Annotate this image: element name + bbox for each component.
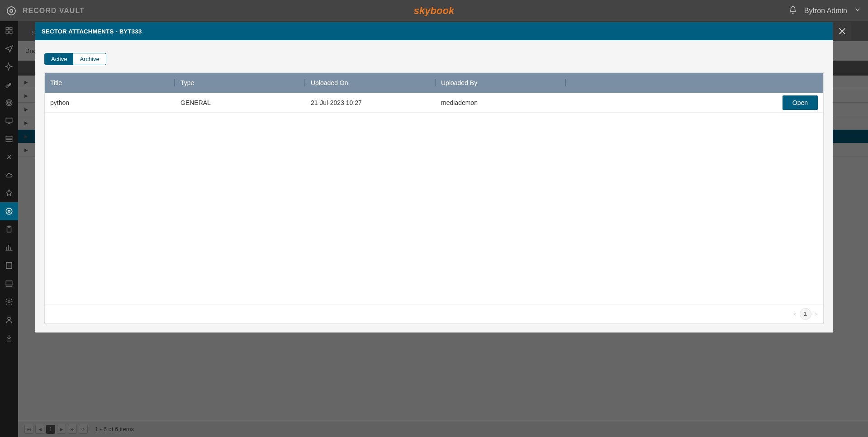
svg-rect-9 [6,118,12,122]
nav-record-vault-icon[interactable] [0,202,18,220]
svg-rect-2 [6,27,8,29]
page-title: RECORD VAULT [23,7,85,15]
toggle-archive[interactable]: Archive [73,53,105,65]
cell-title: python [45,99,175,106]
col-actions [566,73,823,93]
cell-uploaded-on: 21-Jul-2023 10:27 [305,99,436,106]
nav-plane-icon[interactable] [0,39,18,57]
svg-point-1 [10,10,13,12]
active-archive-toggle: Active Archive [44,53,106,65]
modal-body: Active Archive Title Type Uploaded On Up… [35,40,833,332]
modal-close-button[interactable] [833,22,851,40]
app-header: RECORD VAULT skybook Bytron Admin [0,0,868,21]
logo: skybook [414,5,454,17]
sector-attachments-modal: SECTOR ATTACHMENTS - BYT333 Active Archi… [35,22,833,332]
record-vault-icon[interactable] [5,4,18,18]
modal-title: SECTOR ATTACHMENTS - BYT333 [42,28,142,35]
nav-plane2-icon[interactable] [0,57,18,76]
nav-user-icon[interactable] [0,311,18,329]
cell-action: Open [566,95,823,110]
svg-point-8 [9,102,9,103]
svg-point-0 [7,7,15,15]
nav-pin-icon[interactable] [0,184,18,202]
col-title[interactable]: Title [45,73,175,93]
svg-point-18 [8,301,10,303]
svg-point-12 [6,208,12,214]
nav-clipboard-icon[interactable] [0,220,18,238]
header-right: Bytron Admin [789,6,868,16]
attachments-table: Title Type Uploaded On Uploaded By pytho… [44,72,824,323]
nav-monitor-icon[interactable] [0,112,18,130]
table-pager-prev-icon[interactable]: ‹ [794,310,796,317]
nav-building-icon[interactable] [0,256,18,275]
svg-rect-16 [6,262,12,269]
toggle-active[interactable]: Active [45,53,73,65]
notifications-icon[interactable] [789,6,797,16]
cell-uploaded-by: mediademon [436,99,566,106]
svg-point-19 [8,317,10,320]
svg-rect-3 [10,27,12,29]
col-uploaded-on[interactable]: Uploaded On [305,73,436,93]
table-pager-next-icon[interactable]: › [815,310,817,317]
header-left: RECORD VAULT [0,4,85,18]
nav-download-icon[interactable] [0,329,18,347]
nav-target-icon[interactable] [0,94,18,112]
nav-gear-icon[interactable] [0,293,18,311]
svg-rect-5 [10,31,12,33]
nav-grid-icon[interactable] [0,21,18,39]
nav-server-icon[interactable] [0,130,18,148]
col-uploaded-by[interactable]: Uploaded By [436,73,566,93]
open-button[interactable]: Open [783,95,818,110]
table-row: python GENERAL 21-Jul-2023 10:27 mediade… [45,93,823,113]
nav-chart-icon[interactable] [0,238,18,256]
col-type[interactable]: Type [175,73,305,93]
svg-rect-4 [6,31,8,33]
svg-rect-11 [6,140,12,142]
nav-cloud-icon[interactable] [0,166,18,184]
modal-header: SECTOR ATTACHMENTS - BYT333 [35,22,833,40]
cell-type: GENERAL [175,99,305,106]
close-icon [837,26,847,36]
user-menu-chevron-icon[interactable] [854,7,861,15]
user-name: Bytron Admin [804,7,847,15]
nav-wrench-icon[interactable] [0,76,18,94]
table-pager-page[interactable]: 1 [800,308,811,320]
table-header: Title Type Uploaded On Uploaded By [45,73,823,93]
svg-rect-17 [6,281,12,285]
table-body: python GENERAL 21-Jul-2023 10:27 mediade… [45,93,823,304]
table-pager: ‹ 1 › [45,304,823,323]
nav-desktop-icon[interactable] [0,275,18,293]
svg-point-13 [8,210,10,213]
nav-tool-icon[interactable] [0,148,18,166]
left-sidebar [0,21,18,437]
svg-rect-10 [6,136,12,138]
